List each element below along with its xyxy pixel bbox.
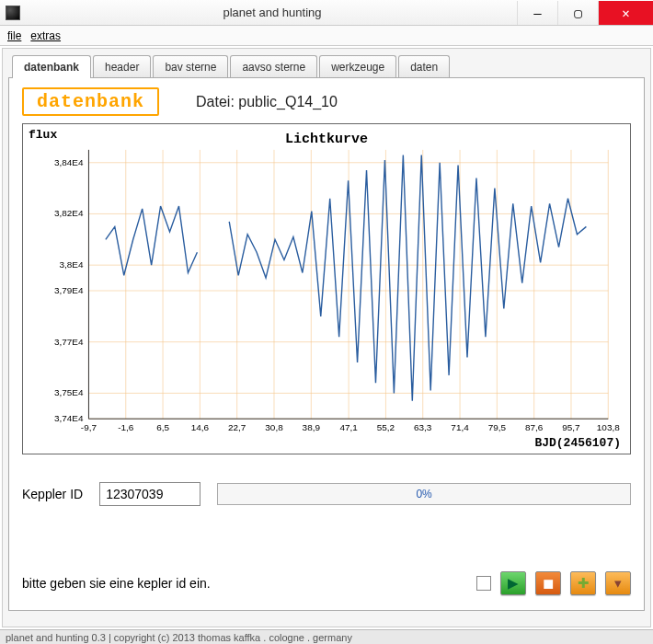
close-button[interactable]: ✕: [598, 1, 653, 25]
svg-text:79,5: 79,5: [488, 422, 507, 432]
svg-text:3,75E4: 3,75E4: [54, 387, 84, 397]
tab-daten[interactable]: daten: [398, 55, 450, 78]
svg-text:-1,6: -1,6: [118, 422, 134, 432]
menu-bar: file extras: [0, 26, 653, 46]
chart-xlabel: BJD(2456107): [534, 436, 621, 450]
play-icon: ▶: [508, 575, 519, 592]
maximize-button[interactable]: ▢: [557, 1, 598, 25]
tab-strip: datenbank header bav sterne aavso sterne…: [12, 54, 645, 77]
svg-text:-9,7: -9,7: [81, 422, 97, 432]
svg-text:22,7: 22,7: [228, 422, 246, 432]
stop-button[interactable]: ◼: [535, 571, 561, 595]
filter-button[interactable]: ▾: [605, 571, 631, 595]
chart-title: Lichtkurve: [285, 132, 368, 147]
window-title: planet and hunting: [28, 6, 517, 19]
tab-werkzeuge[interactable]: werkzeuge: [319, 55, 396, 78]
tab-datenbank[interactable]: datenbank: [12, 55, 91, 78]
svg-text:38,9: 38,9: [303, 422, 321, 432]
svg-text:3,79E4: 3,79E4: [54, 285, 84, 295]
chart-ylabel: flux: [29, 128, 57, 142]
tab-aavso-sterne[interactable]: aavso sterne: [230, 55, 317, 78]
chart-svg: -9,7-1,66,514,622,730,838,947,155,263,37…: [23, 124, 630, 454]
keppler-row: Keppler ID 0%: [22, 482, 631, 506]
status-bar: planet and hunting 0.3 | copyright (c) 2…: [0, 629, 653, 644]
plus-icon: ✚: [578, 575, 590, 592]
tab-header[interactable]: header: [93, 55, 151, 78]
svg-text:71,4: 71,4: [451, 422, 469, 432]
tab-panel-datenbank: datenbank Datei: public_Q14_10 flux Lich…: [8, 77, 645, 611]
svg-text:3,84E4: 3,84E4: [54, 157, 84, 167]
progress-bar: 0%: [217, 483, 631, 505]
file-label: Datei: public_Q14_10: [196, 94, 338, 110]
svg-text:30,8: 30,8: [265, 422, 283, 432]
svg-text:95,7: 95,7: [562, 422, 580, 432]
keppler-label: Keppler ID: [22, 487, 83, 501]
svg-text:103,8: 103,8: [597, 422, 620, 432]
funnel-icon: ▾: [614, 575, 622, 592]
bottom-toolbar: bitte geben sie eine kepler id ein. ▶ ◼ …: [22, 571, 631, 595]
panel-logo: datenbank: [22, 87, 159, 116]
menu-extras[interactable]: extras: [30, 29, 61, 42]
svg-text:3,8E4: 3,8E4: [59, 259, 83, 270]
svg-text:3,77E4: 3,77E4: [54, 337, 84, 347]
svg-text:3,74E4: 3,74E4: [54, 413, 84, 423]
progress-text: 0%: [416, 488, 431, 500]
svg-text:14,6: 14,6: [191, 422, 210, 432]
app-icon: [6, 6, 20, 20]
minimize-button[interactable]: —: [517, 1, 557, 25]
play-button[interactable]: ▶: [500, 571, 526, 595]
add-button[interactable]: ✚: [570, 571, 596, 595]
window-titlebar: planet and hunting — ▢ ✕: [0, 0, 653, 26]
hint-text: bitte geben sie eine kepler id ein.: [22, 576, 467, 591]
svg-text:55,2: 55,2: [377, 422, 395, 432]
tab-bav-sterne[interactable]: bav sterne: [153, 55, 228, 78]
svg-text:63,3: 63,3: [414, 422, 432, 432]
svg-text:87,6: 87,6: [525, 422, 544, 432]
keppler-input[interactable]: [99, 482, 200, 506]
menu-file[interactable]: file: [7, 29, 21, 42]
checkbox-option[interactable]: [476, 576, 491, 591]
stop-icon: ◼: [543, 575, 554, 592]
main-area: datenbank header bav sterne aavso sterne…: [2, 48, 651, 627]
svg-text:3,82E4: 3,82E4: [54, 208, 84, 218]
svg-text:47,1: 47,1: [339, 422, 358, 432]
svg-text:6,5: 6,5: [156, 422, 169, 432]
lightcurve-chart: flux Lichtkurve BJD(2456107) -9,7-1,66,5…: [22, 123, 631, 454]
